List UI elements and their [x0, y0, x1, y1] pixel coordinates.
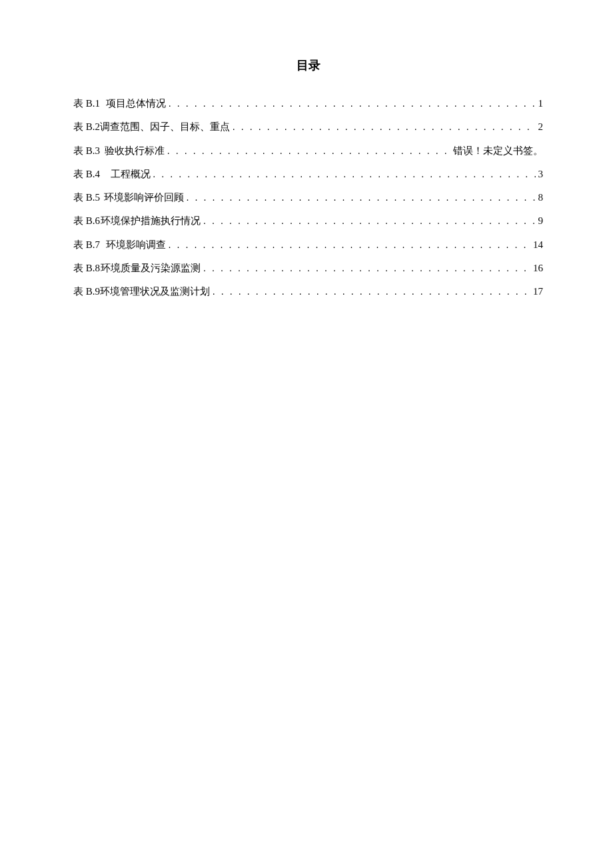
toc-entry-prefix: 表 B.5	[73, 186, 100, 209]
toc-entry[interactable]: 表 B.7环境影响调查. . . . . . . . . . . . . . .…	[73, 233, 543, 257]
toc-entry-page: 2	[538, 115, 544, 139]
toc-entry-text: 环境质量及污染源监测	[101, 257, 201, 280]
toc-entry-prefix: 表 B.3	[73, 139, 100, 163]
toc-entry-page: 17	[533, 280, 543, 303]
toc-entry[interactable]: 表 B.9环境管理状况及监测计划. . . . . . . . . . . . …	[73, 280, 543, 303]
toc-entry-page: 3	[538, 163, 544, 186]
toc-leader-dots: . . . . . . . . . . . . . . . . . . . . …	[169, 93, 536, 115]
toc-entry-prefix: 表 B.6	[73, 209, 100, 233]
toc-entry-page: 1	[538, 92, 544, 115]
toc-leader-dots: . . . . . . . . . . . . . . . . . . . . …	[167, 141, 450, 163]
toc-leader-dots: . . . . . . . . . . . . . . . . . . . . …	[203, 258, 530, 280]
toc-leader-dots: . . . . . . . . . . . . . . . . . . . . …	[203, 211, 535, 233]
toc-entry-text: 验收执行标准	[105, 139, 165, 163]
toc-entry-page: 8	[538, 186, 544, 209]
toc-entry-text: 环境影响评价回顾	[104, 186, 184, 209]
toc-entry[interactable]: 表 B.3验收执行标准. . . . . . . . . . . . . . .…	[73, 139, 543, 163]
toc-entry-page: 14	[533, 233, 543, 257]
toc-entry[interactable]: 表 B.8环境质量及污染源监测. . . . . . . . . . . . .…	[73, 257, 543, 280]
toc-leader-dots: . . . . . . . . . . . . . . . . . . . . …	[213, 281, 530, 303]
toc-leader-dots: . . . . . . . . . . . . . . . . . . . . …	[153, 164, 536, 186]
toc-entry-prefix: 表 B.8	[73, 257, 100, 280]
toc-entry-prefix: 表 B.2	[73, 115, 100, 139]
toc-entry[interactable]: 表 B.2调查范围、因子、目标、重点. . . . . . . . . . . …	[73, 115, 543, 139]
toc-entry-page: 16	[533, 257, 543, 280]
toc-leader-dots: . . . . . . . . . . . . . . . . . . . . …	[169, 235, 530, 257]
toc-entry[interactable]: 表 B.6环境保护措施执行情况. . . . . . . . . . . . .…	[73, 209, 543, 233]
toc-title: 目录	[73, 57, 543, 73]
toc-entry-prefix: 表 B.4	[73, 163, 100, 186]
toc-entry-text: 环境影响调查	[106, 233, 166, 257]
toc-entry[interactable]: 表 B.4工程概况. . . . . . . . . . . . . . . .…	[73, 163, 543, 186]
toc-entry-prefix: 表 B.9	[73, 280, 100, 303]
toc-entry-page: 错误！未定义书签。	[453, 139, 543, 163]
toc-entry-text: 工程概况	[111, 163, 151, 186]
toc-entry-text: 调查范围、因子、目标、重点	[100, 115, 230, 139]
toc-entry-page: 9	[538, 209, 544, 233]
toc-entry-text: 环境管理状况及监测计划	[100, 280, 210, 303]
toc-entry[interactable]: 表 B.5环境影响评价回顾. . . . . . . . . . . . . .…	[73, 186, 543, 209]
toc-leader-dots: . . . . . . . . . . . . . . . . . . . . …	[233, 117, 535, 139]
toc-entry-prefix: 表 B.1	[73, 92, 100, 115]
toc-entry-prefix: 表 B.7	[73, 233, 100, 257]
toc-entry-text: 环境保护措施执行情况	[101, 209, 201, 233]
toc-entry-text: 项目总体情况	[106, 92, 166, 115]
toc-container: 表 B.1项目总体情况. . . . . . . . . . . . . . .…	[73, 92, 543, 303]
toc-entry[interactable]: 表 B.1项目总体情况. . . . . . . . . . . . . . .…	[73, 92, 543, 115]
toc-leader-dots: . . . . . . . . . . . . . . . . . . . . …	[187, 187, 536, 209]
